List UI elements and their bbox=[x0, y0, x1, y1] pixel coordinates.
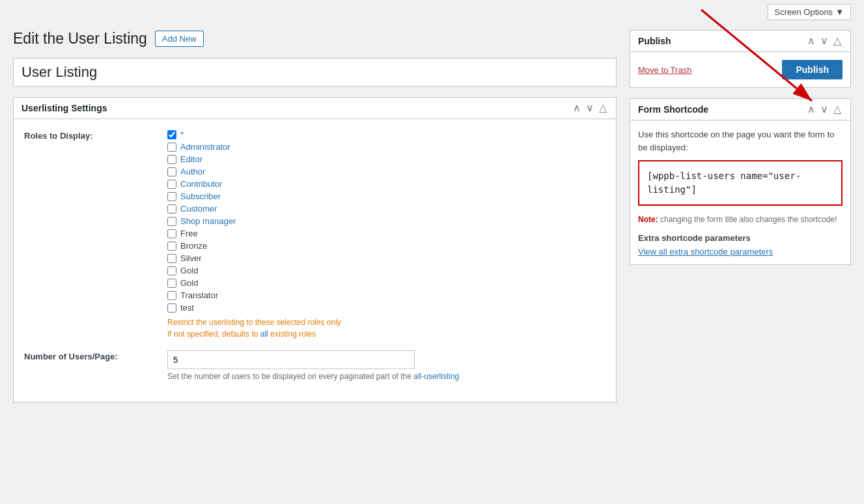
role-label-gold2: Gold bbox=[180, 278, 198, 288]
shortcode-value: [wppb-list-users name="user-listing"] bbox=[647, 171, 801, 195]
publish-panel-body: Move to Trash Publish bbox=[630, 52, 850, 87]
role-label-all: * bbox=[180, 130, 184, 139]
role-item-gold2: Gold bbox=[167, 278, 606, 288]
publish-collapse-down-button[interactable]: ∨ bbox=[819, 36, 829, 46]
users-per-page-help: Set the number of users to be displayed … bbox=[167, 372, 606, 381]
top-bar: Screen Options ▼ bbox=[0, 0, 864, 23]
role-checkbox-customer[interactable] bbox=[167, 204, 176, 214]
role-label-administrator: Administrator bbox=[180, 142, 230, 152]
page-header: Edit the User Listing Add New bbox=[13, 30, 617, 48]
publish-panel-controls: ∧ ∨ △ bbox=[806, 36, 843, 46]
role-checkbox-subscriber[interactable] bbox=[167, 192, 176, 201]
collapse-up-button[interactable]: ∧ bbox=[572, 103, 582, 113]
role-label-subscriber: Subscriber bbox=[180, 191, 221, 201]
role-label-editor: Editor bbox=[180, 154, 202, 164]
role-label-gold1: Gold bbox=[180, 266, 198, 275]
role-item-silver: Silver bbox=[167, 253, 606, 263]
shortcode-panel-controls: ∧ ∨ △ bbox=[806, 104, 843, 115]
toggle-button[interactable]: △ bbox=[598, 103, 608, 113]
role-label-customer: Customer bbox=[180, 204, 217, 214]
settings-panel-body: Roles to Display: * Administrator bbox=[14, 119, 616, 402]
publish-toggle-button[interactable]: △ bbox=[832, 36, 843, 46]
panel-controls: ∧ ∨ △ bbox=[572, 103, 608, 113]
role-checkbox-gold2[interactable] bbox=[167, 279, 176, 288]
role-checkbox-test[interactable] bbox=[167, 303, 176, 313]
role-item-bronze: Bronze bbox=[167, 241, 606, 251]
role-label-author: Author bbox=[180, 167, 205, 176]
role-item-test: test bbox=[167, 303, 606, 313]
role-checkbox-silver[interactable] bbox=[167, 254, 176, 263]
role-checkbox-administrator[interactable] bbox=[167, 143, 176, 152]
publish-collapse-up-button[interactable]: ∧ bbox=[806, 36, 816, 46]
publish-button[interactable]: Publish bbox=[782, 60, 843, 79]
roles-help-suffix: existing roles bbox=[268, 329, 316, 339]
publish-panel: Publish ∧ ∨ △ Move to Trash Publish bbox=[630, 30, 851, 88]
shortcode-panel-header: Form Shortcode ∧ ∨ △ bbox=[630, 99, 850, 120]
shortcode-panel-title: Form Shortcode bbox=[638, 104, 708, 115]
note-label: Note: bbox=[638, 215, 658, 224]
extra-shortcode-title: Extra shortcode parameters bbox=[638, 233, 843, 243]
role-checkbox-author[interactable] bbox=[167, 167, 176, 176]
role-item-free: Free bbox=[167, 229, 606, 238]
collapse-down-button[interactable]: ∨ bbox=[585, 103, 595, 113]
role-checkbox-editor[interactable] bbox=[167, 155, 176, 164]
role-item-translator: Translator bbox=[167, 290, 606, 300]
users-per-page-content: Set the number of users to be displayed … bbox=[167, 350, 606, 381]
role-label-silver: Silver bbox=[180, 253, 202, 263]
roles-label: Roles to Display: bbox=[24, 130, 154, 340]
screen-options-button[interactable]: Screen Options ▼ bbox=[768, 4, 851, 20]
settings-panel-title: Userlisting Settings bbox=[21, 103, 107, 113]
role-label-test: test bbox=[180, 303, 194, 313]
role-item-editor: Editor bbox=[167, 154, 606, 164]
users-per-page-row: Number of Users/Page: Set the number of … bbox=[24, 350, 606, 381]
shortcode-toggle-button[interactable]: △ bbox=[832, 104, 843, 115]
shortcode-collapse-down-button[interactable]: ∨ bbox=[819, 104, 829, 115]
role-item-administrator: Administrator bbox=[167, 142, 606, 152]
left-column: Edit the User Listing Add New Userlistin… bbox=[13, 30, 617, 413]
roles-checkboxes: * Administrator Editor bbox=[167, 130, 606, 340]
settings-panel-header: Userlisting Settings ∧ ∨ △ bbox=[14, 98, 616, 119]
right-column: Publish ∧ ∨ △ Move to Trash Publish Form… bbox=[630, 30, 851, 413]
role-label-free: Free bbox=[180, 229, 198, 238]
settings-panel: Userlisting Settings ∧ ∨ △ Roles to Disp… bbox=[13, 97, 617, 402]
add-new-button[interactable]: Add New bbox=[155, 31, 204, 47]
roles-help-line2: If not specified, defaults to all existi… bbox=[167, 328, 606, 340]
role-checkbox-all[interactable] bbox=[167, 130, 176, 139]
users-per-page-label: Number of Users/Page: bbox=[24, 350, 154, 381]
role-checkbox-bronze[interactable] bbox=[167, 242, 176, 251]
move-to-trash-link[interactable]: Move to Trash bbox=[638, 65, 691, 75]
roles-help-line1: Restrict the userlisting to these select… bbox=[167, 316, 606, 328]
title-input[interactable] bbox=[13, 58, 617, 87]
role-label-contributor: Contributor bbox=[180, 179, 222, 189]
role-item-all: * bbox=[167, 130, 606, 139]
roles-field-row: Roles to Display: * Administrator bbox=[24, 130, 606, 340]
main-content: Edit the User Listing Add New Userlistin… bbox=[0, 23, 864, 426]
roles-help-all-link[interactable]: all bbox=[260, 329, 268, 339]
role-checkbox-contributor[interactable] bbox=[167, 180, 176, 189]
shortcode-description: Use this shortcode on the page you want … bbox=[638, 128, 843, 154]
role-item-shop-manager: Shop manager bbox=[167, 216, 606, 226]
view-all-params-link[interactable]: View all extra shortcode parameters bbox=[638, 247, 773, 257]
role-checkbox-translator[interactable] bbox=[167, 291, 176, 300]
role-checkbox-gold1[interactable] bbox=[167, 266, 176, 275]
role-item-contributor: Contributor bbox=[167, 179, 606, 189]
all-userlisting-link[interactable]: all-userlisting bbox=[413, 372, 459, 381]
publish-panel-header: Publish ∧ ∨ △ bbox=[630, 31, 850, 52]
role-checkbox-shop-manager[interactable] bbox=[167, 217, 176, 226]
role-item-gold1: Gold bbox=[167, 266, 606, 275]
shortcode-note: Note: changing the form title also chang… bbox=[638, 214, 843, 225]
role-checkbox-free[interactable] bbox=[167, 229, 176, 238]
role-item-customer: Customer bbox=[167, 204, 606, 214]
shortcode-box: [wppb-list-users name="user-listing"] bbox=[638, 160, 843, 206]
users-per-page-input[interactable] bbox=[167, 350, 415, 369]
role-label-translator: Translator bbox=[180, 290, 218, 300]
chevron-down-icon: ▼ bbox=[835, 7, 844, 17]
roles-help-text: Restrict the userlisting to these select… bbox=[167, 316, 606, 340]
role-item-subscriber: Subscriber bbox=[167, 191, 606, 201]
role-label-shop-manager: Shop manager bbox=[180, 216, 236, 226]
screen-options-label: Screen Options bbox=[775, 7, 833, 17]
page-title: Edit the User Listing bbox=[13, 30, 147, 48]
publish-panel-title: Publish bbox=[638, 36, 671, 46]
role-label-bronze: Bronze bbox=[180, 241, 207, 251]
shortcode-collapse-up-button[interactable]: ∧ bbox=[806, 104, 816, 115]
